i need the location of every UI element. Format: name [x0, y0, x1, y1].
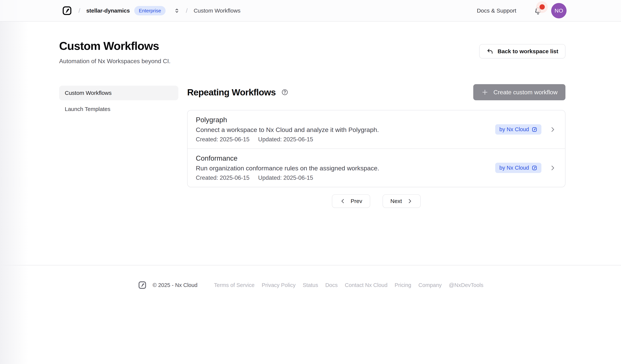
- nav-actions: Docs & Support NO: [477, 3, 567, 18]
- copyright: © 2025 - Nx Cloud: [153, 282, 197, 288]
- workflow-description: Connect a workspace to Nx Cloud and anal…: [196, 126, 495, 133]
- footer-link[interactable]: Company: [418, 282, 442, 288]
- sidebar-item-label: Custom Workflows: [65, 90, 112, 96]
- breadcrumb-workspace[interactable]: stellar-dynamics: [86, 7, 130, 14]
- back-button-label: Back to workspace list: [498, 48, 558, 55]
- next-button[interactable]: Next: [383, 194, 421, 208]
- plus-icon: [481, 88, 489, 96]
- workflow-updated: Updated: 2025-06-15: [258, 136, 313, 143]
- breadcrumb-page[interactable]: Custom Workflows: [193, 7, 241, 14]
- top-nav: / stellar-dynamics Enterprise / Custom W…: [0, 0, 621, 22]
- workflow-row[interactable]: Conformance Run organization conformance…: [188, 148, 565, 187]
- footer-link[interactable]: @NxDevTools: [449, 282, 483, 288]
- footer-link[interactable]: Contact Nx Cloud: [345, 282, 387, 288]
- workspace-switcher-icon[interactable]: [174, 8, 180, 14]
- workflows-panel: Polygraph Connect a workspace to Nx Clou…: [187, 110, 566, 187]
- workflow-description: Run organization conformance rules on th…: [196, 165, 495, 172]
- workflow-meta: Created: 2025-06-15 Updated: 2025-06-15: [196, 174, 495, 181]
- footer-link[interactable]: Pricing: [395, 282, 411, 288]
- workflow-name: Conformance: [196, 155, 495, 162]
- workflow-created: Created: 2025-06-15: [196, 174, 249, 181]
- content: Custom Workflows Launch Templates Repeat…: [59, 84, 566, 208]
- footer-links: Terms of Service Privacy Policy Status D…: [214, 282, 483, 288]
- breadcrumb: / stellar-dynamics Enterprise / Custom W…: [62, 5, 241, 16]
- badge-label: by Nx Cloud: [499, 126, 529, 132]
- plan-badge: Enterprise: [134, 6, 166, 15]
- chevron-right-icon: [407, 198, 413, 204]
- workflow-updated: Updated: 2025-06-15: [258, 174, 313, 181]
- notification-dot: [539, 4, 545, 10]
- create-button-label: Create custom workflow: [494, 89, 558, 96]
- footer-link[interactable]: Docs: [325, 282, 338, 288]
- section-header: Repeating Workflows Create custom workfl…: [187, 84, 566, 100]
- sidebar-item[interactable]: Launch Templates: [59, 102, 178, 116]
- nx-cloud-logo-icon: [532, 127, 537, 132]
- nx-cloud-logo-icon: [532, 165, 537, 171]
- chevron-right-icon[interactable]: [549, 165, 556, 171]
- by-nx-cloud-badge[interactable]: by Nx Cloud: [495, 163, 541, 173]
- footer-link[interactable]: Status: [303, 282, 318, 288]
- footer: © 2025 - Nx Cloud Terms of Service Priva…: [0, 265, 621, 290]
- workflow-created: Created: 2025-06-15: [196, 136, 249, 143]
- section-title: Repeating Workflows: [187, 87, 276, 97]
- workflow-info: Conformance Run organization conformance…: [196, 155, 495, 181]
- next-label: Next: [391, 198, 402, 204]
- badge-label: by Nx Cloud: [499, 165, 529, 171]
- nx-cloud-logo-icon: [138, 280, 147, 290]
- chevron-left-icon: [340, 198, 346, 204]
- page-title: Custom Workflows: [59, 39, 171, 52]
- return-arrow-icon: [486, 48, 494, 55]
- main-container: Custom Workflows Automation of Nx Worksp…: [0, 39, 621, 208]
- sidebar-item[interactable]: Custom Workflows: [59, 86, 178, 100]
- workflows-section: Repeating Workflows Create custom workfl…: [187, 84, 566, 208]
- docs-support-link[interactable]: Docs & Support: [477, 7, 516, 14]
- workflow-info: Polygraph Connect a workspace to Nx Clou…: [196, 116, 495, 143]
- footer-link[interactable]: Terms of Service: [214, 282, 255, 288]
- workflow-meta: Created: 2025-06-15 Updated: 2025-06-15: [196, 136, 495, 143]
- notifications-button[interactable]: [534, 6, 543, 15]
- user-avatar[interactable]: NO: [551, 3, 567, 18]
- footer-link[interactable]: Privacy Policy: [262, 282, 296, 288]
- help-icon[interactable]: [281, 88, 289, 96]
- sidebar: Custom Workflows Launch Templates: [59, 84, 178, 118]
- nx-cloud-logo-icon[interactable]: [62, 5, 72, 16]
- pagination: Prev Next: [187, 194, 566, 208]
- breadcrumb-separator: /: [186, 7, 188, 14]
- prev-button[interactable]: Prev: [332, 194, 370, 208]
- back-to-workspace-list-button[interactable]: Back to workspace list: [479, 44, 566, 59]
- create-custom-workflow-button[interactable]: Create custom workflow: [473, 84, 566, 100]
- workflow-name: Polygraph: [196, 116, 495, 124]
- prev-label: Prev: [351, 198, 362, 204]
- breadcrumb-separator: /: [78, 7, 80, 14]
- by-nx-cloud-badge[interactable]: by Nx Cloud: [495, 124, 541, 135]
- page: / stellar-dynamics Enterprise / Custom W…: [0, 0, 621, 364]
- page-subtitle: Automation of Nx Workspaces beyond CI.: [59, 58, 171, 65]
- chevron-right-icon[interactable]: [549, 126, 556, 133]
- workflow-row[interactable]: Polygraph Connect a workspace to Nx Clou…: [188, 111, 565, 148]
- sidebar-item-label: Launch Templates: [65, 106, 110, 112]
- page-header: Custom Workflows Automation of Nx Worksp…: [59, 39, 566, 65]
